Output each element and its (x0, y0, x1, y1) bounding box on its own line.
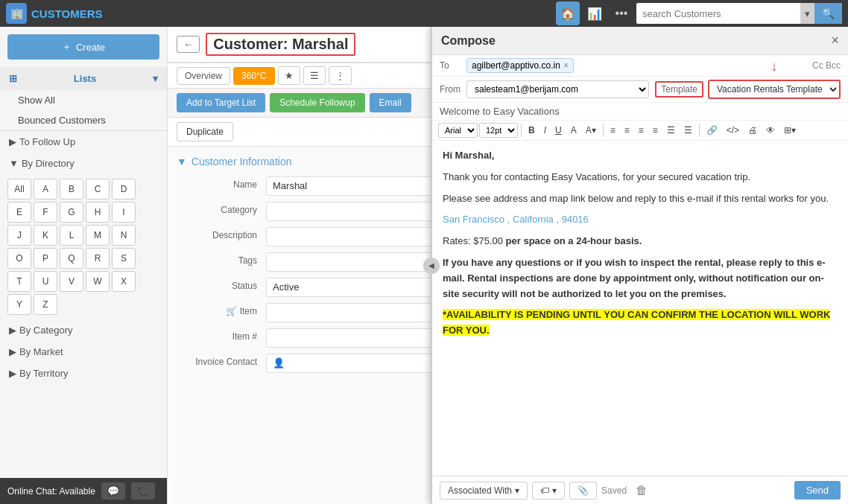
sidebar-by-territory-header[interactable]: ▶ By Territory (0, 363, 167, 384)
dir-btn-b[interactable]: B (60, 179, 83, 200)
delete-draft-button[interactable]: 🗑 (631, 482, 652, 499)
dir-btn-y[interactable]: Y (7, 294, 31, 315)
sidebar-to-follow-header[interactable]: ▶ To Follow Up (0, 131, 167, 153)
dir-btn-f[interactable]: F (34, 202, 57, 223)
category-label: Category (177, 202, 266, 221)
compose-close-button[interactable]: × (831, 33, 839, 48)
to-email-remove-button[interactable]: × (563, 60, 569, 71)
underline-button[interactable]: U (551, 124, 566, 137)
dir-btn-g[interactable]: G (60, 202, 83, 223)
table-button[interactable]: ⊞▾ (780, 124, 800, 137)
dir-btn-u[interactable]: U (34, 271, 57, 292)
add-to-target-button[interactable]: Add to Target List (177, 93, 265, 112)
align-right-button[interactable]: ≡ (635, 124, 648, 137)
preview-button[interactable]: 👁 (762, 124, 779, 137)
lists-label: Lists (74, 73, 96, 84)
schedule-followup-button[interactable]: Schedule Followup (270, 93, 364, 112)
bullet-list-button[interactable]: ☰ (663, 124, 679, 137)
compose-footer: Associated With ▾ 🏷 ▾ 📎 Saved 🗑 Send (432, 476, 848, 504)
italic-button[interactable]: I (540, 124, 550, 137)
attach-button[interactable]: 📎 (569, 482, 597, 500)
by-territory-label: By Territory (19, 368, 69, 379)
tab-list[interactable]: ☰ (303, 66, 326, 85)
dir-btn-l[interactable]: L (60, 225, 83, 246)
dir-btn-c[interactable]: C (86, 179, 110, 200)
dir-btn-t[interactable]: T (7, 271, 31, 292)
body-link[interactable]: San Francisco , California , 94016 (443, 212, 838, 228)
sidebar-by-market-header[interactable]: ▶ By Market (0, 341, 167, 363)
align-left-button[interactable]: ≡ (607, 124, 619, 137)
dir-btn-x[interactable]: X (112, 271, 136, 292)
dir-btn-h[interactable]: H (86, 202, 110, 223)
top-nav: 🏢 CUSTOMERS 🏠 📊 ••• ▾ 🔍 (0, 0, 848, 27)
body-para-2: Please see address and map link below an… (443, 191, 838, 207)
dir-btn-j[interactable]: J (7, 225, 31, 246)
tab-star[interactable]: ★ (278, 66, 300, 85)
email-button[interactable]: Email (370, 93, 411, 112)
compose-collapse-button[interactable]: ◀ (423, 258, 440, 274)
highlight-button[interactable]: A▾ (582, 124, 600, 137)
dir-btn-e[interactable]: E (7, 202, 31, 223)
font-family-select[interactable]: Arial (438, 123, 478, 138)
search-bar: ▾ 🔍 (636, 3, 842, 24)
dir-btn-o[interactable]: O (7, 248, 31, 269)
dir-btn-a[interactable]: A (34, 179, 57, 200)
align-center-button[interactable]: ≡ (621, 124, 633, 137)
body-para-3: If you have any questions or if you wish… (443, 255, 838, 302)
print-button[interactable]: 🖨 (744, 124, 761, 137)
sidebar-lists-section: ⊞ Lists ▾ Show All Bounced Customers (0, 67, 167, 131)
app-name: CUSTOMERS (31, 7, 103, 20)
dir-btn-r[interactable]: R (86, 248, 110, 269)
tab-overview[interactable]: Overview (177, 67, 230, 85)
from-select[interactable]: salesteam1@berijam.com (466, 80, 649, 98)
template-select[interactable]: Vacation Rentals Template (708, 80, 841, 99)
dir-btn-all[interactable]: All (7, 179, 31, 200)
sidebar-item-show-all[interactable]: Show All (0, 90, 167, 110)
dir-btn-s[interactable]: S (112, 248, 136, 269)
link-button[interactable]: 🔗 (703, 124, 721, 137)
search-dropdown-button[interactable]: ▾ (800, 3, 814, 24)
dir-btn-m[interactable]: M (86, 225, 110, 246)
dir-btn-z[interactable]: Z (34, 294, 57, 315)
sidebar-item-bounced[interactable]: Bounced Customers (0, 110, 167, 130)
dir-btn-n[interactable]: N (112, 225, 136, 246)
send-button[interactable]: Send (794, 481, 841, 500)
home-button[interactable]: 🏠 (556, 1, 580, 25)
compose-body[interactable]: Hi Marshal, Thank you for contacting Eas… (432, 141, 848, 476)
code-button[interactable]: </> (723, 124, 743, 137)
content-area: ← Customer: Marshal Overview 360°C ★ ☰ ⋮… (168, 27, 848, 504)
dir-btn-d[interactable]: D (112, 179, 136, 200)
dir-btn-p[interactable]: P (34, 248, 57, 269)
expand-icon: ▼ (177, 156, 187, 168)
chart-button[interactable]: 📊 (583, 1, 607, 25)
dir-btn-q[interactable]: Q (60, 248, 83, 269)
phone-button[interactable]: 📞 (131, 482, 155, 500)
dir-btn-w[interactable]: W (86, 271, 110, 292)
back-button[interactable]: ← (177, 36, 200, 53)
tag-button[interactable]: 🏷 ▾ (532, 482, 565, 500)
tab-more[interactable]: ⋮ (329, 66, 352, 85)
sidebar-by-category-header[interactable]: ▶ By Category (0, 319, 167, 341)
item-num-label: Item # (177, 328, 266, 348)
justify-button[interactable]: ≡ (649, 124, 662, 137)
search-go-button[interactable]: 🔍 (814, 3, 842, 24)
cc-bcc-label[interactable]: Cc Bcc (812, 60, 841, 71)
ordered-list-button[interactable]: ☰ (680, 124, 696, 137)
chat-button[interactable]: 💬 (101, 482, 125, 500)
more-button[interactable]: ••• (610, 1, 633, 25)
dir-btn-v[interactable]: V (60, 271, 83, 292)
font-size-select[interactable]: 12pt (479, 123, 518, 138)
sidebar-lists-header[interactable]: ⊞ Lists ▾ (0, 67, 167, 90)
dir-btn-k[interactable]: K (34, 225, 57, 246)
to-email-value: agilbert@apptivo.co.in (472, 60, 560, 71)
create-button[interactable]: ＋ Create (7, 34, 159, 60)
search-input[interactable] (636, 3, 800, 24)
dir-btn-i[interactable]: I (112, 202, 136, 223)
bold-button[interactable]: B (525, 124, 539, 137)
compose-toolbar: Arial 12pt B I U A A▾ ≡ ≡ ≡ ≡ ☰ ☰ 🔗 (432, 121, 848, 141)
associated-with-button[interactable]: Associated With ▾ (440, 482, 528, 500)
tab-360[interactable]: 360°C (233, 67, 275, 85)
duplicate-button[interactable]: Duplicate (177, 122, 233, 141)
font-color-button[interactable]: A (567, 124, 580, 137)
sidebar-by-directory-header[interactable]: ▼ By Directory (0, 153, 167, 174)
